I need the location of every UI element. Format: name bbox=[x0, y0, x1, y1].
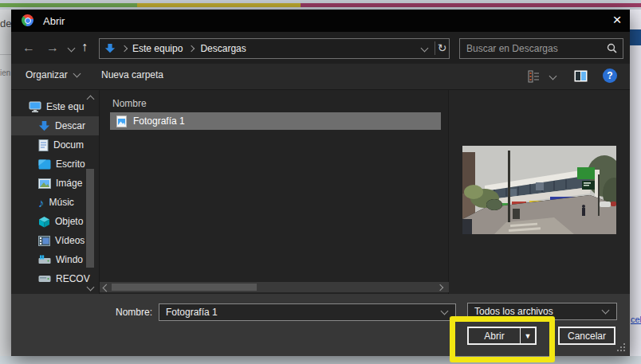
sidebar-item-documentos[interactable]: Docum bbox=[11, 135, 96, 155]
dialog-footer: Nombre: Fotografía 1 Todos los archivos … bbox=[11, 294, 630, 356]
downloads-icon bbox=[104, 43, 116, 54]
drive-icon bbox=[38, 275, 51, 283]
open-button[interactable]: Abrir ▼ bbox=[467, 327, 537, 345]
scroll-left-icon[interactable] bbox=[103, 284, 111, 292]
background-blue-band bbox=[630, 29, 641, 45]
open-button-label[interactable]: Abrir bbox=[469, 331, 520, 342]
filelist-horizontal-scrollbar[interactable] bbox=[100, 282, 449, 292]
search-box[interactable]: Buscar en Descargas bbox=[459, 38, 623, 59]
breadcrumb-separator-icon bbox=[121, 45, 128, 52]
accent-strip-yellow bbox=[137, 3, 301, 7]
up-icon[interactable]: ↑ bbox=[81, 39, 88, 55]
preview-pane-icon[interactable] bbox=[574, 70, 588, 82]
filename-label: Nombre: bbox=[116, 307, 152, 318]
dialog-title: Abrir bbox=[43, 15, 65, 27]
address-dropdown-icon[interactable] bbox=[421, 45, 429, 53]
sidebar-item-videos[interactable]: Vídeos bbox=[11, 231, 96, 250]
resize-grip-icon[interactable] bbox=[617, 343, 626, 352]
music-icon: ♪ bbox=[38, 197, 45, 209]
filetype-value: Todos los archivos bbox=[474, 306, 553, 317]
sidebar-item-escritorio[interactable]: Escrito bbox=[11, 155, 96, 174]
sidebar-item-musica[interactable]: ♪ Músic bbox=[11, 193, 96, 212]
accent-strip-magenta bbox=[301, 3, 641, 7]
sidebar-item-recovery-drive[interactable]: RECOV bbox=[11, 269, 96, 288]
background-text-fragment: de bbox=[0, 18, 11, 29]
background-divider bbox=[0, 54, 11, 55]
close-icon[interactable]: × bbox=[608, 10, 627, 29]
file-name: Fotografía 1 bbox=[133, 115, 185, 127]
breadcrumb-item-este-equipo[interactable]: Este equipo bbox=[132, 43, 183, 54]
horizontal-scrollbar-thumb[interactable] bbox=[112, 284, 257, 291]
accent-strip-green bbox=[0, 3, 137, 7]
sidebar-scrollbar[interactable] bbox=[85, 90, 96, 294]
preview-image bbox=[462, 146, 616, 234]
background-right-sliver: cela bbox=[630, 10, 641, 364]
videos-icon bbox=[38, 236, 50, 246]
dialog-navbar: ← → ↑ Este equipo Descargas ↻ Buscar en … bbox=[11, 32, 630, 64]
refresh-icon[interactable]: ↻ bbox=[435, 41, 449, 55]
dialog-content: Este equ Descar Docum Escrito bbox=[11, 90, 630, 294]
new-folder-button[interactable]: Nueva carpeta bbox=[101, 69, 163, 80]
document-icon bbox=[38, 139, 49, 151]
background-bottom-strip bbox=[0, 356, 641, 364]
image-file-icon bbox=[116, 115, 127, 127]
file-row-selected[interactable]: Fotografía 1 bbox=[110, 112, 441, 130]
background-left-sliver: de ien bbox=[0, 10, 11, 364]
sidebar-item-este-equipo[interactable]: Este equ bbox=[11, 97, 96, 116]
view-dropdown-icon[interactable] bbox=[549, 72, 557, 80]
column-header-nombre[interactable]: Nombre bbox=[112, 98, 147, 109]
column-header-divider bbox=[448, 90, 449, 294]
windows-drive-icon bbox=[38, 255, 51, 264]
chrome-icon bbox=[22, 14, 33, 26]
sidebar-item-imagenes[interactable]: Imáge bbox=[11, 174, 96, 193]
computer-icon bbox=[29, 101, 41, 112]
file-list: Nombre Fotografía 1 bbox=[100, 90, 449, 294]
background-top-strip bbox=[0, 0, 641, 10]
sidebar-item-partial[interactable] bbox=[11, 288, 96, 294]
sidebar-item-windows-drive[interactable]: Windo bbox=[11, 250, 96, 269]
filename-combobox[interactable]: Fotografía 1 bbox=[159, 303, 456, 321]
sidebar-scrollbar-thumb[interactable] bbox=[86, 169, 94, 268]
scroll-right-icon[interactable] bbox=[437, 284, 443, 291]
pictures-icon bbox=[38, 178, 51, 189]
desktop-icon bbox=[38, 159, 51, 170]
dialog-titlebar[interactable]: Abrir × bbox=[11, 10, 630, 32]
help-icon[interactable]: ? bbox=[603, 68, 617, 83]
back-icon[interactable]: ← bbox=[22, 40, 35, 56]
filetype-combobox[interactable]: Todos los archivos bbox=[467, 303, 617, 320]
scroll-up-icon[interactable] bbox=[87, 96, 95, 104]
cancel-button[interactable]: Cancelar bbox=[558, 327, 615, 345]
address-bar[interactable]: Este equipo Descargas ↻ bbox=[99, 38, 450, 59]
organize-dropdown-icon bbox=[73, 70, 81, 78]
open-file-dialog: Abrir × ← → ↑ Este equipo Descargas ↻ Bu… bbox=[11, 10, 630, 356]
background-link-fragment[interactable]: cela bbox=[631, 315, 641, 324]
organize-button[interactable]: Organizar bbox=[26, 69, 80, 80]
cube-3d-icon bbox=[38, 216, 50, 228]
search-placeholder: Buscar en Descargas bbox=[466, 43, 558, 54]
filename-value: Fotografía 1 bbox=[166, 307, 218, 318]
filename-dropdown-icon[interactable] bbox=[441, 307, 449, 315]
sidebar-item-objetos-3d[interactable]: Objeto bbox=[11, 212, 96, 231]
organize-label: Organizar bbox=[26, 69, 68, 80]
scroll-down-icon[interactable] bbox=[87, 284, 95, 292]
breadcrumb-item-descargas[interactable]: Descargas bbox=[200, 43, 246, 54]
downloads-icon bbox=[38, 120, 50, 132]
recent-locations-icon[interactable] bbox=[68, 45, 76, 53]
background-text-fragment: ien bbox=[0, 68, 10, 77]
details-view-icon[interactable] bbox=[528, 70, 541, 83]
preview-pane bbox=[450, 90, 630, 294]
breadcrumb-separator-icon bbox=[188, 45, 195, 52]
search-icon[interactable] bbox=[607, 43, 617, 53]
dialog-toolbar: Organizar Nueva carpeta ? bbox=[11, 64, 630, 90]
forward-icon[interactable]: → bbox=[46, 40, 59, 56]
filetype-dropdown-icon[interactable] bbox=[602, 307, 610, 315]
open-dropdown-icon[interactable]: ▼ bbox=[521, 332, 535, 340]
